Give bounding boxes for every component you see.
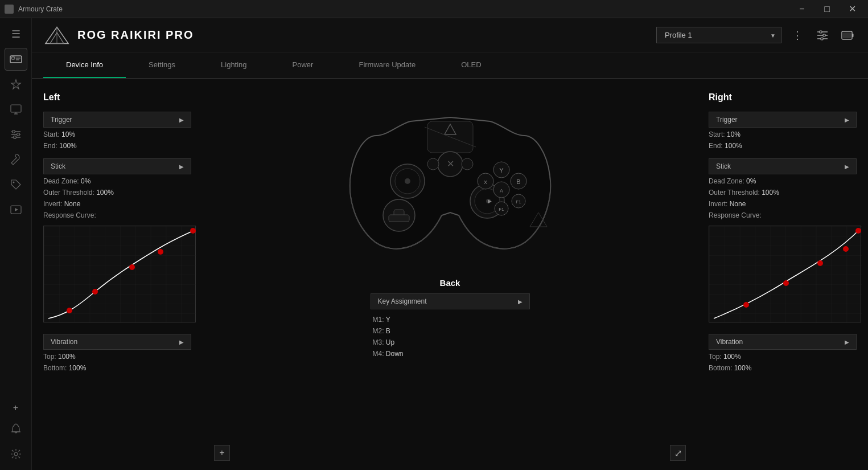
- right-trigger-row[interactable]: Trigger ▶: [709, 112, 857, 128]
- title-bar: Armoury Crate − □ ✕: [0, 0, 868, 18]
- right-trigger-start: Start: 10%: [709, 129, 857, 140]
- right-response-curve-chart: [709, 226, 861, 322]
- tab-device-info[interactable]: Device Info: [43, 52, 126, 78]
- assignment-m1: M1: Y: [373, 314, 528, 325]
- sidebar-item-aura[interactable]: [5, 73, 27, 96]
- svg-point-71: [855, 228, 861, 234]
- sidebar-item-media[interactable]: [5, 198, 27, 221]
- svg-rect-1: [11, 57, 15, 59]
- svg-point-33: [129, 264, 135, 270]
- right-vib-bottom: Bottom: 100%: [709, 362, 857, 374]
- left-trigger-arrow-icon: ▶: [179, 117, 184, 123]
- svg-text:✕: ✕: [446, 159, 454, 169]
- maximize-button[interactable]: □: [816, 0, 838, 18]
- right-vib-top: Top: 100%: [709, 351, 857, 362]
- left-trigger-label: Trigger: [51, 116, 72, 124]
- title-bar-left: Armoury Crate: [5, 5, 63, 14]
- left-trigger-row[interactable]: Trigger ▶: [43, 112, 191, 128]
- key-assignment-row[interactable]: Key Assignment ▶: [371, 293, 530, 309]
- svg-text:A: A: [499, 188, 503, 194]
- svg-point-69: [817, 260, 823, 266]
- left-dead-zone: Dead Zone: 0%: [43, 175, 191, 187]
- svg-point-32: [92, 289, 98, 295]
- main-content: ROG RAIKIRI PRO Profile 1Profile 2Profil…: [32, 18, 868, 470]
- tab-settings[interactable]: Settings: [126, 52, 198, 78]
- app-body: ☰: [0, 18, 868, 470]
- close-button[interactable]: ✕: [841, 0, 863, 18]
- bottom-controls-left: +: [214, 445, 230, 461]
- right-stick-row[interactable]: Stick ▶: [709, 158, 857, 174]
- right-trigger-label: Trigger: [716, 116, 738, 124]
- tab-oled[interactable]: OLED: [438, 52, 504, 78]
- tab-firmware[interactable]: Firmware Update: [336, 52, 438, 78]
- equalizer-button[interactable]: [813, 26, 832, 44]
- header-logo: ROG RAIKIRI PRO: [43, 25, 194, 46]
- left-trigger-start: Start: 10%: [43, 129, 191, 140]
- left-section: Left Trigger ▶ Start: 10% End: 100% Stic…: [32, 79, 203, 470]
- assignment-list: M1: Y M2: B M3: Up M4: Down: [371, 314, 530, 359]
- sidebar-item-monitor[interactable]: [5, 98, 27, 121]
- right-dead-zone: Dead Zone: 0%: [709, 175, 857, 187]
- svg-text:Y: Y: [499, 167, 504, 174]
- svg-point-10: [12, 130, 15, 133]
- sidebar-item-settings[interactable]: [5, 443, 27, 465]
- add-item-button[interactable]: +: [214, 445, 230, 461]
- svg-point-67: [743, 302, 749, 308]
- svg-text:▶: ▶: [487, 198, 491, 204]
- back-section: Back Key Assignment ▶ M1: Y M2: B M3: [371, 278, 530, 359]
- left-vibration-label: Vibration: [51, 338, 77, 346]
- assignment-m4: M4: Down: [373, 348, 528, 359]
- controller-image: ✕ ▶: [342, 90, 558, 272]
- right-title: Right: [709, 92, 857, 103]
- left-stick-row[interactable]: Stick ▶: [43, 158, 191, 174]
- main-panel: Left Trigger ▶ Start: 10% End: 100% Stic…: [32, 79, 868, 470]
- svg-point-35: [190, 228, 196, 234]
- right-invert: Invert: None: [709, 198, 857, 210]
- svg-text:F1: F1: [499, 207, 504, 212]
- profile-dropdown[interactable]: Profile 1Profile 2Profile 3: [656, 27, 781, 43]
- sidebar: ☰: [0, 18, 32, 470]
- tab-lighting[interactable]: Lighting: [198, 52, 270, 78]
- sidebar-item-sliders[interactable]: [5, 123, 27, 146]
- sidebar-item-tag[interactable]: [5, 173, 27, 196]
- svg-point-63: [462, 158, 473, 170]
- svg-point-62: [427, 158, 439, 170]
- left-invert: Invert: None: [43, 198, 191, 210]
- profile-select-wrap: Profile 1Profile 2Profile 3: [656, 27, 781, 43]
- assignment-m2: M2: B: [373, 325, 528, 337]
- back-title: Back: [371, 278, 530, 288]
- right-vibration-row[interactable]: Vibration ▶: [709, 334, 857, 350]
- svg-point-13: [13, 182, 14, 183]
- svg-point-42: [405, 178, 410, 184]
- tab-power[interactable]: Power: [270, 52, 336, 78]
- expand-button[interactable]: ⤢: [670, 445, 686, 461]
- left-vib-top: Top: 100%: [43, 351, 191, 362]
- svg-point-11: [17, 133, 19, 136]
- navigation-tabs: Device Info Settings Lighting Power Firm…: [32, 52, 868, 79]
- battery-button[interactable]: [838, 26, 857, 44]
- title-bar-controls: − □ ✕: [791, 0, 863, 18]
- svg-rect-25: [823, 34, 825, 36]
- left-trigger-end: End: 100%: [43, 140, 191, 152]
- sidebar-item-menu[interactable]: ☰: [5, 23, 27, 46]
- sidebar-item-tools[interactable]: [5, 148, 27, 171]
- more-options-button[interactable]: ⋮: [788, 26, 807, 44]
- minimize-button[interactable]: −: [791, 0, 813, 18]
- right-stick-arrow-icon: ▶: [845, 164, 849, 170]
- left-outer-threshold: Outer Threshold: 100%: [43, 187, 191, 198]
- svg-text:B: B: [516, 178, 520, 185]
- svg-rect-45: [389, 215, 409, 222]
- left-vibration-row[interactable]: Vibration ▶: [43, 334, 191, 350]
- sidebar-bottom: +: [5, 400, 27, 465]
- key-assignment-label: Key Assignment: [378, 297, 427, 305]
- svg-point-70: [843, 246, 849, 252]
- sidebar-item-notifications[interactable]: [5, 418, 27, 440]
- svg-rect-26: [821, 38, 823, 40]
- svg-text:X: X: [483, 179, 487, 185]
- right-stick-label: Stick: [716, 162, 731, 170]
- add-button[interactable]: +: [13, 400, 18, 415]
- sidebar-item-device[interactable]: [5, 48, 27, 71]
- svg-marker-15: [15, 208, 18, 211]
- svg-rect-28: [852, 34, 854, 37]
- svg-point-34: [158, 249, 163, 255]
